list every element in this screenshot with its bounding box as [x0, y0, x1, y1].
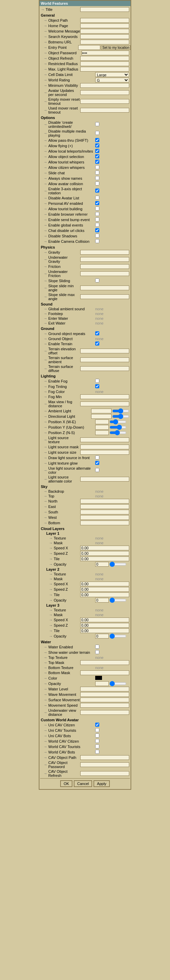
position-y-slider[interactable]: [109, 426, 127, 429]
empty-mover-input[interactable]: 600: [80, 99, 129, 104]
disable-multiple-media-checkbox[interactable]: [95, 131, 99, 135]
light-source-alternate-color-input[interactable]: [80, 477, 129, 482]
minimum-visibility-input[interactable]: 50 meters: [80, 83, 129, 88]
cloud-layer-3-opacity-input[interactable]: [95, 634, 109, 638]
top-mask-input[interactable]: [80, 660, 129, 665]
cloud-layer-1-opacity-slider[interactable]: [109, 563, 127, 566]
enable-send-bump-checkbox[interactable]: [95, 217, 99, 221]
allow-flying-checkbox[interactable]: [95, 143, 99, 148]
sky-east-input[interactable]: [80, 504, 129, 509]
directional-light-slider[interactable]: [112, 415, 129, 418]
allow-tourist-whispers-checkbox[interactable]: [95, 160, 99, 164]
allow-citizen-whispers-checkbox[interactable]: [95, 165, 99, 169]
avatar-updates-input[interactable]: 1: [80, 90, 129, 95]
ambient-light-input[interactable]: [91, 409, 112, 414]
terrain-elevation-input[interactable]: 17.03: [80, 348, 129, 353]
fog-tinting-checkbox[interactable]: [95, 384, 99, 388]
enable-3axis-checkbox[interactable]: [95, 189, 99, 192]
object-refresh-input[interactable]: 10080: [80, 56, 129, 61]
position-y-input[interactable]: 50: [95, 425, 109, 430]
sky-north-input[interactable]: [80, 499, 129, 504]
world-cav-tourists-checkbox[interactable]: [95, 745, 99, 748]
position-z-input[interactable]: -20: [95, 430, 109, 435]
cloud-layer-1-speed_x-input[interactable]: [80, 546, 129, 550]
light-source-size-input[interactable]: 30: [80, 450, 129, 455]
uni-cav-citizen-checkbox[interactable]: [95, 722, 99, 727]
cloud-layer-2-opacity-input[interactable]: [95, 598, 109, 603]
cloud-layer-1-opacity-input[interactable]: [95, 562, 109, 566]
light-source-texture-input[interactable]: c_sun: [80, 438, 129, 442]
uni-cav-tourists-checkbox[interactable]: [95, 728, 99, 732]
position-x-input[interactable]: -80: [95, 420, 109, 424]
disable-avatar-list-checkbox[interactable]: [95, 196, 99, 200]
directional-light-input[interactable]: [91, 414, 112, 419]
friction-input[interactable]: 1.00: [80, 264, 129, 269]
allow-object-selection-checkbox[interactable]: [95, 154, 99, 158]
fog-min-input[interactable]: 50: [80, 395, 129, 399]
search-keywords-input[interactable]: [80, 34, 129, 39]
cloud-layer-3-speed_x-input[interactable]: [80, 617, 129, 622]
botmenu-url-input[interactable]: [80, 40, 129, 45]
sky-bottom-input[interactable]: [80, 520, 129, 525]
max-view-fog-input[interactable]: 180: [80, 401, 129, 406]
movement-speed-input[interactable]: 0.00: [80, 703, 129, 708]
allow-local-teleports-checkbox[interactable]: [95, 149, 99, 153]
underwater-friction-input[interactable]: 2.00: [80, 271, 129, 276]
enable-browser-referrer-checkbox[interactable]: [95, 212, 99, 216]
surface-movement-input[interactable]: 0.00: [80, 698, 129, 702]
cloud-layer-2-opacity-slider[interactable]: [109, 598, 127, 602]
cancel-button[interactable]: Cancel: [74, 780, 92, 787]
slide-chat-checkbox[interactable]: [95, 170, 99, 175]
allow-avatar-collision-checkbox[interactable]: [95, 181, 99, 186]
cav-object-path-input[interactable]: [80, 755, 129, 760]
color-swatch[interactable]: [95, 676, 102, 680]
position-z-slider[interactable]: [109, 431, 127, 434]
terrain-surface-ambient-input[interactable]: 0.80: [80, 357, 129, 362]
position-x-slider[interactable]: [109, 420, 127, 423]
underwater-view-distance-input[interactable]: 120: [80, 710, 129, 715]
title-value[interactable]: Winter: [80, 7, 129, 12]
cloud-layer-3-tile-input[interactable]: [80, 628, 129, 633]
cloud-layer-1-tile-input[interactable]: [80, 557, 129, 561]
ground-object-repeats-checkbox[interactable]: [95, 331, 99, 336]
use-light-source-alternate-checkbox[interactable]: [95, 468, 99, 472]
opacity-slider[interactable]: [109, 682, 127, 685]
underwater-gravity-input[interactable]: 1.00: [80, 257, 129, 262]
object-password-input[interactable]: [82, 51, 129, 55]
enable-global-events-checkbox[interactable]: [95, 223, 99, 227]
opacity-input[interactable]: 0: [95, 681, 109, 686]
used-mover-input[interactable]: 3600: [80, 108, 129, 113]
disable-create-checkbox[interactable]: [95, 122, 99, 126]
slope-min-angle-input[interactable]: 0.00: [80, 286, 129, 290]
cloud-layer-2-speed_z-input[interactable]: [80, 587, 129, 592]
enable-fog-checkbox[interactable]: [95, 379, 99, 383]
world-rating-select[interactable]: G PG R: [95, 78, 129, 83]
enable-terrain-checkbox[interactable]: [95, 342, 99, 345]
allow-tourist-building-checkbox[interactable]: [95, 207, 99, 211]
set-location-button[interactable]: Set to my location: [101, 45, 131, 50]
show-water-under-terrain-checkbox[interactable]: [95, 650, 99, 654]
light-source-mask-input[interactable]: [80, 445, 129, 449]
cell-data-limit-select[interactable]: Large Small Medium: [95, 72, 129, 77]
terrain-surface-diffuse-input[interactable]: 0.90: [80, 366, 129, 371]
chat-disable-url-checkbox[interactable]: [95, 228, 99, 232]
apply-button[interactable]: Apply: [93, 780, 110, 787]
cav-object-refresh-input[interactable]: 10080: [80, 771, 129, 776]
enable-camera-collision-checkbox[interactable]: [95, 239, 99, 243]
slope-max-angle-input[interactable]: 90.00: [80, 294, 129, 299]
allow-pass-thru-checkbox[interactable]: [95, 138, 99, 142]
cloud-layer-1-speed_z-input[interactable]: [80, 551, 129, 556]
ambient-light-slider[interactable]: [112, 409, 129, 413]
always-show-names-checkbox[interactable]: [95, 176, 99, 180]
sky-south-input[interactable]: [80, 510, 129, 514]
personal-av-checkbox[interactable]: [95, 201, 99, 205]
bottom-mask-input[interactable]: [80, 670, 129, 675]
home-page-input[interactable]: http://www.myawo.com/: [80, 24, 129, 28]
world-cav-citizen-checkbox[interactable]: [95, 739, 99, 743]
disable-shadows-checkbox[interactable]: [95, 234, 99, 238]
restricted-radius-input[interactable]: 0: [80, 61, 129, 66]
sky-west-input[interactable]: [80, 515, 129, 520]
uni-cav-bots-checkbox[interactable]: [95, 733, 99, 738]
cloud-layer-3-speed_z-input[interactable]: [80, 623, 129, 628]
draw-light-source-front-checkbox[interactable]: [95, 455, 99, 460]
